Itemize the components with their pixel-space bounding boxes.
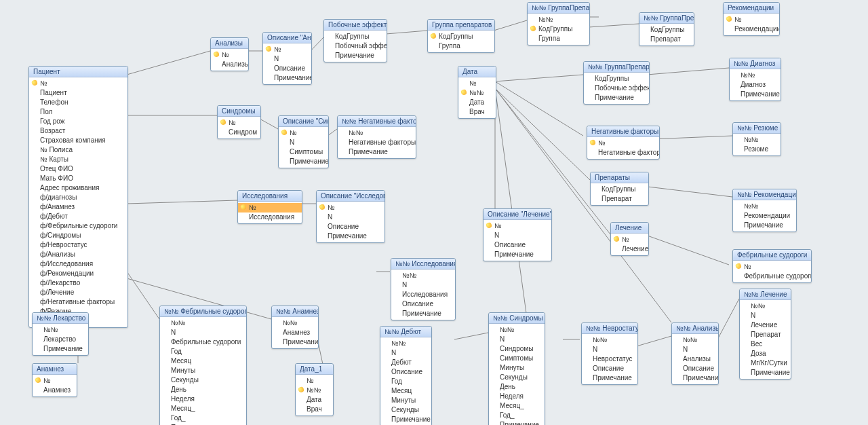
field[interactable]: Месяц_ [489,401,545,411]
field[interactable]: Примечание [279,157,328,166]
table-header[interactable]: №№ Анализы [672,323,718,334]
table-header[interactable]: №№ Негативные факторы [338,116,416,127]
table-header[interactable]: №№ Исследования [391,259,455,270]
field[interactable]: Месяц [160,356,246,366]
field[interactable]: Секунды [160,375,246,385]
field[interactable]: Группа [528,34,589,43]
field[interactable]: N [489,335,545,344]
field[interactable]: Фебрильные судороги [160,337,246,347]
field[interactable]: N [279,138,328,147]
field[interactable]: Препарат [591,194,648,204]
field[interactable]: Негативные факторы [338,138,416,147]
table-nn_issled[interactable]: №№ Исследования№№NИсследованияОписаниеПр… [391,258,456,320]
field[interactable]: N [740,311,791,320]
field[interactable]: №№ [296,386,333,395]
field[interactable]: № [238,203,302,212]
field[interactable]: № [29,79,127,88]
field[interactable]: Диагноз [730,80,781,90]
table-header[interactable]: Пациент [29,67,127,77]
field[interactable]: Возраст [29,126,127,136]
field[interactable]: Минуты [489,363,545,373]
field[interactable]: Примечание [740,368,791,377]
field[interactable]: Доза [740,349,791,358]
table-preparaty[interactable]: ПрепаратыКодГруппыПрепарат [590,172,649,206]
field[interactable]: Пациент [29,88,127,98]
field[interactable]: ф/Лечение [29,288,127,297]
field[interactable]: Примечание [730,90,781,99]
field[interactable]: Симптомы [279,147,328,157]
field[interactable]: N [391,280,455,290]
field[interactable]: № Полиса [29,145,127,155]
table-nn_sind[interactable]: №№ Синдромы№№NСиндромыСимптомыМинутыСеку… [488,312,545,425]
field[interactable]: Негативные факторы [587,148,659,158]
field[interactable]: N [380,348,431,358]
field[interactable]: Исследования [238,212,302,222]
field[interactable]: №№ [272,318,318,328]
field[interactable]: День [489,382,545,392]
field[interactable]: №№ [528,15,589,24]
field[interactable]: Примечание [391,309,455,318]
field[interactable]: Препарат [639,35,694,44]
table-header[interactable]: Негативные факторы [587,126,659,137]
table-header[interactable]: №№ Рекомендации [733,189,796,200]
field[interactable]: Описание [380,367,431,377]
field[interactable]: № [484,221,551,231]
table-header[interactable]: Дата_1 [296,364,333,375]
table-header[interactable]: №№ Синдромы [489,313,545,324]
field[interactable]: ф/диагнозы [29,193,127,202]
table-op_sind[interactable]: Описание "Синд...№NСимптомыПримечание [278,115,329,168]
field[interactable]: Побочные эффекты [584,84,649,93]
field[interactable]: Синдромы [489,344,545,354]
table-header[interactable]: №№ Лекарство [33,313,88,324]
table-header[interactable]: Побочные эффекты [324,20,387,31]
field[interactable]: Рекомендации [733,211,796,221]
field[interactable]: Дата [296,395,333,405]
field[interactable]: Примечание [33,344,88,354]
field[interactable]: № [733,262,811,272]
field[interactable]: Анализы [672,354,718,364]
field[interactable]: Примечание [380,415,431,424]
field[interactable]: ф/Рекомендации [29,269,127,278]
table-header[interactable]: Дата [458,67,496,77]
field[interactable]: КодГруппы [324,32,387,41]
table-patient[interactable]: Пациент№ПациентТелефонПолГод рожВозрастС… [28,66,128,328]
table-data1[interactable]: Дата_1№№№ДатаВрач [295,363,334,416]
field[interactable]: Год_ [489,411,545,420]
field[interactable]: Мг/Кг/Сутки [740,358,791,368]
field[interactable]: КодГруппы [591,185,648,194]
field[interactable]: N [317,212,384,222]
field[interactable]: № [218,118,260,128]
field[interactable]: ф/Анализы [29,250,127,259]
table-lechenie[interactable]: Лечение№Лечение [610,222,649,256]
table-op_lech[interactable]: Описание "Лечение""№NОписаниеПримечание [483,208,552,261]
field[interactable]: Год рож [29,117,127,126]
field[interactable]: Резюме [733,145,781,154]
table-nn_anamnez[interactable]: №№ Анамнез№№АнамнезПримечание [271,306,319,349]
table-header[interactable]: №№ Лечение [740,289,791,300]
table-grp_prep[interactable]: Группа препаратовКодГруппыГруппа [427,19,495,53]
table-nn_neg[interactable]: №№ Негативные факторы№№Негативные фактор… [337,115,416,159]
field[interactable]: №№ [160,318,246,328]
field[interactable]: Анализы [211,60,248,69]
field[interactable]: Рекомендации [724,24,779,34]
field[interactable]: № [611,235,648,244]
field[interactable]: Неделя [489,392,545,401]
table-nn_grp_prep[interactable]: №№ ГруппаПрепар...№№КодГруппыГруппа [527,2,590,45]
table-nn_grp_prep2b[interactable]: №№ ГруппаПрепараты2КодГруппыПобочные эфф… [583,61,650,105]
table-nn_nevro[interactable]: №№ Невростатус№№NНевростатусОписаниеПрим… [581,322,638,385]
field[interactable]: ф/Фебрильные судороги [29,221,127,231]
field[interactable]: Мать ФИО [29,174,127,183]
field[interactable]: КодГруппы [584,74,649,84]
table-header[interactable]: Исследования [238,191,302,202]
table-nn_diag[interactable]: №№ Диагноз№№ДиагнозПримечание [729,58,781,101]
field[interactable]: Адрес проживания [29,183,127,193]
table-header[interactable]: №№ ГруппаПре... [639,13,694,24]
table-header[interactable]: Фебрильные судороги [733,250,811,261]
table-data[interactable]: Дата№№№ДатаВрач [458,66,496,119]
field[interactable]: Примечание [272,337,318,347]
field[interactable]: Дата [458,98,496,107]
field[interactable]: №№ [338,128,416,138]
field[interactable]: Минуты [160,366,246,375]
field[interactable]: Фебрильные судороги [733,272,811,281]
table-header[interactable]: №№ ГруппаПрепар... [528,3,589,14]
